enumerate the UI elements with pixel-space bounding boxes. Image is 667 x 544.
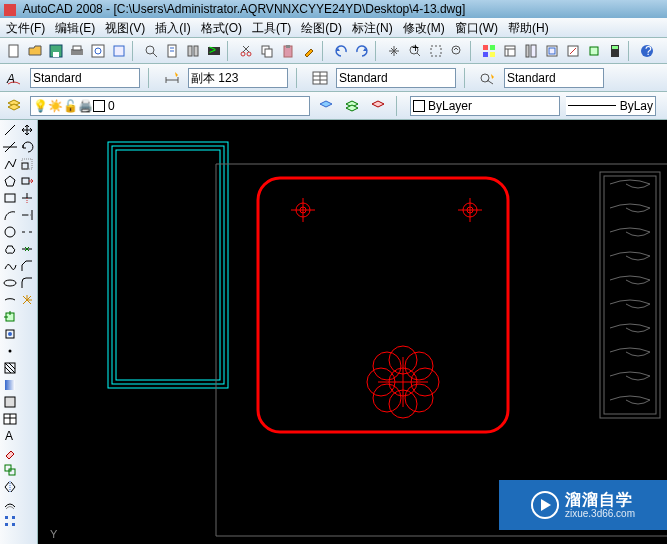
modify-trim-icon[interactable] bbox=[19, 190, 35, 206]
table-icon[interactable] bbox=[2, 411, 18, 427]
dim-style-icon[interactable] bbox=[162, 68, 182, 88]
bulb-icon: 💡 bbox=[33, 99, 48, 113]
svg-text:+: + bbox=[412, 44, 419, 55]
save-icon[interactable] bbox=[46, 41, 66, 61]
xline-icon[interactable] bbox=[2, 139, 18, 155]
line-icon[interactable] bbox=[2, 122, 18, 138]
modify-break-icon[interactable] bbox=[19, 224, 35, 240]
layer-manager-icon[interactable] bbox=[4, 96, 24, 116]
modify-scale-icon[interactable] bbox=[19, 156, 35, 172]
menu-window[interactable]: 窗口(W) bbox=[455, 20, 498, 35]
layer-combo[interactable]: 💡 ☀️ 🔓 🖨️ 0 bbox=[30, 96, 310, 116]
ellipse-icon[interactable] bbox=[2, 275, 18, 291]
modify-move-icon[interactable] bbox=[19, 122, 35, 138]
modify-fillet-icon[interactable] bbox=[19, 275, 35, 291]
layer-iso-icon[interactable] bbox=[368, 96, 388, 116]
region-icon[interactable] bbox=[2, 394, 18, 410]
table-style-combo[interactable]: Standard bbox=[336, 68, 456, 88]
insert-icon[interactable] bbox=[2, 309, 18, 325]
tool-pal-icon[interactable] bbox=[183, 41, 203, 61]
modify-array-icon[interactable] bbox=[2, 513, 18, 529]
menu-file[interactable]: 文件(F) bbox=[6, 20, 45, 35]
ml-style-combo[interactable]: Standard bbox=[504, 68, 604, 88]
modify-stretch-icon[interactable] bbox=[19, 173, 35, 189]
svg-rect-71 bbox=[5, 380, 15, 390]
publish-icon[interactable] bbox=[109, 41, 129, 61]
menu-help[interactable]: 帮助(H) bbox=[508, 20, 549, 35]
pline-icon[interactable] bbox=[2, 156, 18, 172]
new-icon[interactable] bbox=[4, 41, 24, 61]
copy-icon[interactable] bbox=[257, 41, 277, 61]
modify-extend-icon[interactable] bbox=[19, 207, 35, 223]
svg-point-61 bbox=[5, 227, 15, 237]
markup-icon[interactable] bbox=[563, 41, 583, 61]
modify-mirror-icon[interactable] bbox=[2, 479, 18, 495]
redo-icon[interactable] bbox=[352, 41, 372, 61]
zoom-win-icon[interactable] bbox=[426, 41, 446, 61]
menu-view[interactable]: 视图(V) bbox=[105, 20, 145, 35]
open-icon[interactable] bbox=[25, 41, 45, 61]
color-combo[interactable]: ByLayer bbox=[410, 96, 560, 116]
paste-icon[interactable] bbox=[278, 41, 298, 61]
modify-rotate-icon[interactable] bbox=[19, 139, 35, 155]
tp-icon[interactable] bbox=[521, 41, 541, 61]
rect-icon[interactable] bbox=[2, 190, 18, 206]
modify-chamfer-icon[interactable] bbox=[19, 258, 35, 274]
svg-rect-80 bbox=[5, 516, 8, 519]
cut-icon[interactable] bbox=[236, 41, 256, 61]
find-icon[interactable] bbox=[141, 41, 161, 61]
props-icon[interactable] bbox=[479, 41, 499, 61]
undo-icon[interactable] bbox=[331, 41, 351, 61]
cmd-icon[interactable]: > bbox=[204, 41, 224, 61]
polygon-icon[interactable] bbox=[2, 173, 18, 189]
print-icon[interactable] bbox=[67, 41, 87, 61]
help-icon[interactable]: ? bbox=[637, 41, 657, 61]
modify-explode-icon[interactable] bbox=[19, 292, 35, 308]
gradient-icon[interactable] bbox=[2, 377, 18, 393]
ellipsearc-icon[interactable] bbox=[2, 292, 18, 308]
plot-preview-icon[interactable] bbox=[88, 41, 108, 61]
menu-modify[interactable]: 修改(M) bbox=[403, 20, 445, 35]
calc-icon[interactable] bbox=[605, 41, 625, 61]
modify-copy-icon[interactable] bbox=[2, 462, 18, 478]
block-make-icon[interactable] bbox=[2, 326, 18, 342]
menu-dim[interactable]: 标注(N) bbox=[352, 20, 393, 35]
sheet-icon[interactable] bbox=[162, 41, 182, 61]
menu-insert[interactable]: 插入(I) bbox=[155, 20, 190, 35]
layer-prev-icon[interactable] bbox=[316, 96, 336, 116]
ml-style-icon[interactable] bbox=[478, 68, 498, 88]
dc-icon[interactable] bbox=[500, 41, 520, 61]
table-style-icon[interactable] bbox=[310, 68, 330, 88]
pan-icon[interactable] bbox=[384, 41, 404, 61]
svg-rect-37 bbox=[526, 45, 529, 57]
hatch-icon[interactable] bbox=[2, 360, 18, 376]
match-icon[interactable] bbox=[299, 41, 319, 61]
circle-icon[interactable] bbox=[2, 224, 18, 240]
text-style-icon[interactable]: A bbox=[4, 68, 24, 88]
menu-format[interactable]: 格式(O) bbox=[201, 20, 242, 35]
modify-erase-icon[interactable] bbox=[2, 445, 18, 461]
menu-tools[interactable]: 工具(T) bbox=[252, 20, 291, 35]
arc-icon[interactable] bbox=[2, 207, 18, 223]
drawing-area[interactable]: Y 溜溜自学 zixue.3d66.com bbox=[38, 120, 667, 544]
lineweight-combo[interactable]: ByLay bbox=[566, 96, 656, 116]
standard-toolbar: > + ? bbox=[0, 38, 667, 64]
mtext-icon[interactable]: A bbox=[2, 428, 18, 444]
spline-icon[interactable] bbox=[2, 258, 18, 274]
block-icon[interactable] bbox=[584, 41, 604, 61]
dim-style-combo[interactable]: 副本 123 bbox=[188, 68, 288, 88]
point-icon[interactable] bbox=[2, 343, 18, 359]
svg-point-29 bbox=[452, 46, 460, 54]
zoom-rt-icon[interactable]: + bbox=[405, 41, 425, 61]
modify-join-icon[interactable] bbox=[19, 241, 35, 257]
revcloud-icon[interactable] bbox=[2, 241, 18, 257]
layer-state-icon[interactable] bbox=[342, 96, 362, 116]
svg-rect-13 bbox=[188, 46, 192, 56]
modify-offset-icon[interactable] bbox=[2, 496, 18, 512]
zoom-prev-icon[interactable] bbox=[447, 41, 467, 61]
menu-edit[interactable]: 编辑(E) bbox=[55, 20, 95, 35]
menu-draw[interactable]: 绘图(D) bbox=[301, 20, 342, 35]
ssm-icon[interactable] bbox=[542, 41, 562, 61]
text-style-combo[interactable]: Standard bbox=[30, 68, 140, 88]
svg-point-119 bbox=[373, 384, 401, 412]
